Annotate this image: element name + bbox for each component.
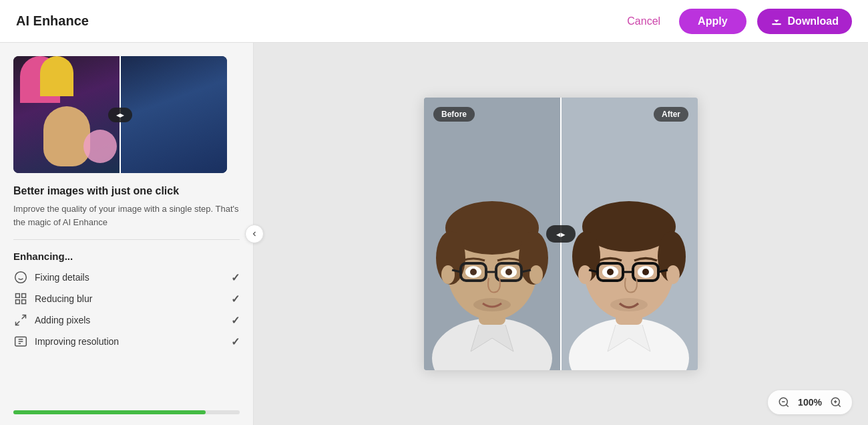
step-list: Fixing details ✓ Reducing blur: [13, 270, 240, 349]
svg-line-10: [16, 321, 20, 325]
promo-title: Better images with just one click: [13, 185, 240, 197]
download-label: Download: [788, 15, 839, 27]
cancel-button[interactable]: Cancel: [619, 10, 668, 33]
svg-rect-6: [22, 294, 26, 298]
step-left: Fixing details: [13, 270, 89, 285]
divider: [13, 239, 240, 240]
bubble-decoration: [83, 130, 117, 163]
header-actions: Cancel Apply Download: [619, 9, 852, 34]
collapse-panel-button[interactable]: [245, 225, 264, 243]
thumbnail-handle[interactable]: ◂▸: [108, 108, 132, 122]
svg-rect-0: [772, 23, 781, 25]
step-left: Reducing blur: [13, 291, 92, 306]
zoom-in-button[interactable]: [828, 394, 844, 410]
svg-point-49: [610, 298, 648, 311]
step-left: Improving resolution: [13, 334, 119, 349]
right-panel: Before After ◂▸ 100%: [254, 43, 868, 425]
svg-point-2: [15, 272, 27, 283]
compare-label-before: Before: [433, 107, 475, 122]
zoom-bar: 100%: [768, 390, 852, 414]
svg-rect-8: [22, 300, 26, 304]
svg-point-29: [505, 269, 512, 275]
svg-line-51: [786, 404, 788, 406]
step-check-icon: ✓: [231, 314, 240, 327]
step-label: Reducing blur: [35, 293, 92, 304]
step-left: Adding pixels: [13, 313, 90, 327]
step-label: Improving resolution: [35, 336, 119, 347]
svg-point-28: [470, 269, 477, 275]
svg-point-47: [607, 269, 614, 275]
main-content: ◂▸ Better images with just one click Imp…: [0, 43, 868, 425]
left-panel: ◂▸ Better images with just one click Imp…: [0, 43, 254, 425]
step-check-icon: ✓: [231, 293, 240, 305]
after-portrait: [561, 98, 698, 370]
thumbnail-before: [13, 56, 120, 173]
svg-rect-5: [16, 294, 20, 298]
grid-icon: [13, 291, 28, 306]
enhancing-title: Enhancing...: [13, 251, 240, 262]
svg-point-38: [578, 265, 592, 284]
step-check-icon: ✓: [231, 335, 240, 348]
promo-desc: Improve the quality of your image with a…: [13, 202, 240, 229]
zoom-out-button[interactable]: [776, 394, 792, 410]
svg-point-39: [666, 265, 680, 284]
progress-bar-background: [13, 410, 240, 414]
list-item: Adding pixels ✓: [13, 313, 240, 327]
svg-line-54: [838, 404, 840, 406]
hair-decoration-2: [40, 56, 73, 96]
thumbnail-preview: ◂▸: [13, 56, 227, 173]
expand-icon: [13, 313, 28, 327]
face-decoration: [43, 106, 90, 166]
smile-icon: [13, 270, 28, 285]
download-button[interactable]: Download: [757, 9, 852, 34]
app-title: AI Enhance: [16, 13, 89, 29]
header: AI Enhance Cancel Apply Download: [0, 0, 868, 43]
compare-after: [561, 98, 698, 370]
progress-bar-fill: [13, 410, 206, 414]
apply-button[interactable]: Apply: [679, 9, 746, 34]
compare-before: [424, 98, 561, 370]
list-item: Reducing blur ✓: [13, 291, 240, 306]
step-label: Fixing details: [35, 272, 89, 283]
compare-container: Before After ◂▸: [424, 98, 698, 370]
download-icon: [771, 15, 783, 27]
thumbnail-after: [120, 56, 227, 173]
zoom-level: 100%: [797, 397, 823, 408]
step-label: Adding pixels: [35, 315, 90, 325]
svg-point-19: [441, 265, 455, 284]
svg-point-20: [529, 265, 543, 284]
svg-rect-7: [16, 300, 20, 304]
compare-handle[interactable]: ◂▸: [546, 225, 576, 243]
step-check-icon: ✓: [231, 271, 240, 284]
list-item: Improving resolution ✓: [13, 334, 240, 349]
list-item: Fixing details ✓: [13, 270, 240, 285]
compare-label-after: After: [654, 107, 688, 122]
resolution-icon: [13, 334, 28, 349]
before-portrait: [424, 98, 561, 370]
svg-line-9: [22, 315, 26, 319]
svg-point-30: [473, 298, 511, 311]
svg-point-48: [642, 269, 649, 275]
